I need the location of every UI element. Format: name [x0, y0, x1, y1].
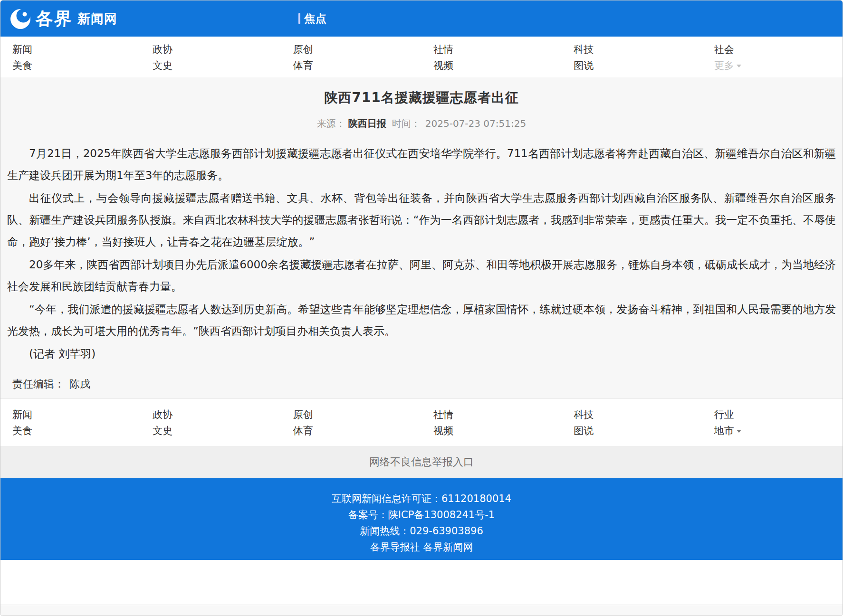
swirl-logo-icon	[9, 7, 32, 30]
nav-top-social-sentiment[interactable]: 社情	[433, 41, 562, 57]
editor-label: 责任编辑：	[12, 378, 65, 390]
nav-col: 新闻 美食	[0, 41, 141, 74]
time-label: 时间：	[392, 118, 421, 129]
brand-name-script: 各界	[35, 10, 73, 28]
nav-top-culture-history[interactable]: 文史	[153, 57, 281, 74]
nav-bottom-news[interactable]: 新闻	[12, 407, 141, 423]
article-paragraph: 7月21日，2025年陕西省大学生志愿服务西部计划援藏援疆志愿者出征仪式在西安培…	[7, 142, 836, 186]
top-nav: 新闻 美食 政协 文史 原创 体育 社情 视频 科技 图说 社会 更多	[0, 37, 843, 77]
nav-col: 科技 图说	[562, 407, 702, 439]
footer-icp: 备案号：陕ICP备13008241号-1	[0, 507, 843, 523]
article-paragraph: 出征仪式上，与会领导向援藏援疆志愿者赠送书籍、文具、水杯、背包等出征装备，并向陕…	[7, 187, 836, 253]
nav-top-tech[interactable]: 科技	[574, 41, 702, 57]
nav-top-more-label: 更多	[714, 60, 734, 71]
nav-top-video[interactable]: 视频	[433, 57, 562, 74]
article-title: 陕西711名援藏援疆志愿者出征	[0, 89, 843, 107]
bottom-whitespace	[0, 560, 843, 605]
nav-bottom-sports[interactable]: 体育	[293, 423, 422, 439]
nav-col: 原创 体育	[281, 41, 422, 74]
site-header: 各界 新闻网 焦点	[0, 0, 843, 37]
chevron-down-icon	[737, 65, 741, 67]
article-body: 7月21日，2025年陕西省大学生志愿服务西部计划援藏援疆志愿者出征仪式在西安培…	[0, 142, 843, 365]
brand-name-suffix: 新闻网	[77, 12, 117, 25]
article-section: 陕西711名援藏援疆志愿者出征 来源：陕西日报时间：2025-07-23 07:…	[0, 77, 843, 398]
article-paragraph: “今年，我们派遣的援藏援疆志愿者人数达到历史新高。希望这些青年能够坚定理想信念，…	[7, 298, 836, 342]
nav-top-pictorial[interactable]: 图说	[574, 57, 702, 74]
footer-hotline: 新闻热线：029-63903896	[0, 523, 843, 539]
nav-col: 社会 更多	[702, 41, 843, 74]
nav-bottom-pictorial[interactable]: 图说	[574, 423, 702, 439]
nav-col: 社情 视频	[422, 41, 562, 74]
bottom-nav: 新闻 美食 政协 文史 原创 体育 社情 视频 科技 图说 行业 地市	[0, 398, 843, 446]
site-footer: 互联网新闻信息许可证：61120180014 备案号：陕ICP备13008241…	[0, 478, 843, 560]
nav-top-news[interactable]: 新闻	[12, 41, 141, 57]
article-meta: 来源：陕西日报时间：2025-07-23 07:51:25	[0, 117, 843, 130]
chevron-down-icon	[737, 430, 741, 433]
article-byline: (记者 刘芊羽)	[7, 343, 836, 365]
nav-col: 政协 文史	[141, 41, 281, 74]
nav-bottom-culture-history[interactable]: 文史	[153, 423, 281, 439]
footer-license: 互联网新闻信息许可证：61120180014	[0, 491, 843, 507]
time-value: 2025-07-23 07:51:25	[425, 118, 526, 129]
nav-bottom-original[interactable]: 原创	[293, 407, 422, 423]
nav-col: 原创 体育	[281, 407, 422, 439]
article-paragraph: 20多年来，陕西省西部计划项目办先后派遣6000余名援藏援疆志愿者在拉萨、阿里、…	[7, 254, 836, 297]
editor-name: 陈戌	[69, 378, 90, 390]
nav-bottom-cities-label: 地市	[714, 425, 734, 436]
nav-bottom-video[interactable]: 视频	[433, 423, 562, 439]
nav-top-food[interactable]: 美食	[12, 57, 141, 74]
focus-label: 焦点	[304, 11, 327, 26]
browser-page: 各界 新闻网 焦点 新闻 美食 政协 文史 原创 体育 社情 视频	[0, 0, 843, 616]
nav-bottom-cppcc[interactable]: 政协	[153, 407, 281, 423]
nav-col: 政协 文史	[141, 407, 281, 439]
nav-bottom-food[interactable]: 美食	[12, 423, 141, 439]
nav-col: 新闻 美食	[0, 407, 141, 439]
nav-top-sports[interactable]: 体育	[293, 57, 422, 74]
focus-divider-bar	[298, 13, 300, 24]
report-bar: 网络不良信息举报入口	[0, 446, 843, 478]
nav-col: 行业 地市	[702, 407, 843, 439]
horizontal-scrollbar[interactable]	[0, 605, 843, 616]
source-value: 陕西日报	[348, 118, 386, 129]
nav-top-cppcc[interactable]: 政协	[153, 41, 281, 57]
focus-section[interactable]: 焦点	[298, 0, 327, 37]
nav-top-more[interactable]: 更多	[714, 57, 843, 74]
nav-bottom-cities[interactable]: 地市	[714, 423, 843, 439]
source-label: 来源：	[317, 118, 345, 129]
bad-info-report-link[interactable]: 网络不良信息举报入口	[369, 455, 474, 469]
nav-col: 社情 视频	[422, 407, 562, 439]
nav-bottom-industry[interactable]: 行业	[714, 407, 843, 423]
nav-col: 科技 图说	[562, 41, 702, 74]
footer-org: 各界导报社 各界新闻网	[0, 539, 843, 555]
site-logo[interactable]: 各界 新闻网	[9, 7, 117, 30]
editor-line: 责任编辑：陈戌	[0, 377, 843, 391]
nav-top-original[interactable]: 原创	[293, 41, 422, 57]
nav-bottom-tech[interactable]: 科技	[574, 407, 702, 423]
nav-bottom-social-sentiment[interactable]: 社情	[433, 407, 562, 423]
nav-top-society[interactable]: 社会	[714, 41, 843, 57]
